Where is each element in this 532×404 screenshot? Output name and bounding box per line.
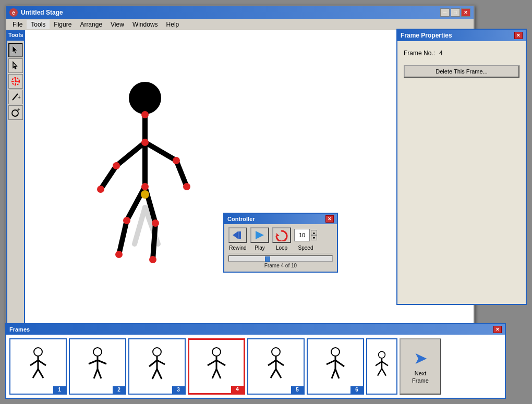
delete-frame-button[interactable]: Delete This Frame... — [404, 65, 519, 78]
tool-add[interactable]: + — [8, 105, 23, 120]
play-label: Play — [250, 245, 269, 251]
controller-title-bar: Controller ✕ — [224, 214, 337, 224]
svg-line-55 — [149, 360, 157, 366]
svg-line-12 — [135, 207, 145, 244]
speed-up-arrow[interactable]: ▲ — [311, 230, 317, 235]
svg-point-25 — [141, 111, 149, 118]
tool-select-alt[interactable] — [8, 58, 23, 73]
svg-point-27 — [113, 162, 120, 169]
svg-text:+: + — [18, 94, 21, 100]
frame-properties-panel: Frame Properties ✕ Frame No.: 4 Delete T… — [396, 29, 527, 305]
svg-marker-0 — [13, 46, 17, 54]
svg-line-52 — [98, 369, 101, 378]
svg-line-75 — [332, 369, 335, 378]
tool-select[interactable] — [8, 43, 23, 57]
frame-thumb-3[interactable]: 3 — [128, 338, 186, 395]
svg-line-51 — [94, 369, 98, 378]
main-window-title: Untitled Stage — [21, 9, 63, 16]
speed-arrows: ▲ ▼ — [311, 230, 317, 240]
frame-properties-title-label: Frame Properties — [401, 32, 452, 39]
loop-button[interactable] — [272, 227, 291, 243]
frames-title-label: Frames — [9, 326, 30, 333]
svg-line-44 — [38, 360, 46, 365]
svg-point-47 — [93, 348, 102, 356]
menu-figure[interactable]: Figure — [50, 20, 76, 29]
tool-line[interactable]: + — [8, 90, 23, 104]
svg-point-29 — [173, 157, 180, 164]
frame-thumb-6[interactable]: 6 — [307, 338, 364, 395]
rewind-button[interactable] — [228, 227, 247, 243]
svg-line-81 — [378, 369, 382, 376]
frame-thumb-1[interactable]: 1 — [9, 338, 67, 395]
svg-line-74 — [335, 360, 344, 366]
frame-number-4: 4 — [231, 386, 244, 393]
maximize-button[interactable]: □ — [451, 8, 460, 17]
frame-thumb-4[interactable]: 4 — [188, 338, 245, 395]
svg-line-20 — [176, 161, 187, 187]
svg-text:+: + — [17, 107, 20, 113]
frame-slider-thumb — [265, 256, 270, 262]
svg-line-70 — [276, 369, 281, 378]
controller-close-button[interactable]: ✕ — [325, 215, 334, 223]
menu-file[interactable]: File — [8, 20, 27, 29]
controller-body: 10 ▲ ▼ Rewind Play Loop Speed — [224, 224, 337, 272]
frame-properties-close-button[interactable]: ✕ — [514, 32, 523, 39]
svg-line-50 — [98, 360, 106, 364]
frame-thumb-5[interactable]: 5 — [247, 338, 305, 395]
tool-node[interactable] — [8, 74, 23, 89]
speed-input[interactable]: 10 — [294, 229, 310, 241]
controller-title-label: Controller — [227, 216, 255, 222]
controller-dialog: Controller ✕ — [223, 213, 338, 273]
play-button[interactable] — [250, 227, 269, 243]
svg-point-35 — [152, 219, 159, 227]
next-frame-label: NextFrame — [412, 370, 429, 384]
frame-no-label: Frame No.: — [404, 50, 435, 57]
frames-close-button[interactable]: ✕ — [493, 326, 502, 333]
menu-arrange[interactable]: Arrange — [76, 20, 106, 29]
controller-buttons: 10 ▲ ▼ — [228, 227, 333, 243]
next-frame-button[interactable]: ➤ NextFrame — [400, 338, 441, 395]
svg-rect-38 — [238, 231, 241, 239]
menu-windows[interactable]: Windows — [128, 20, 162, 29]
menu-tools[interactable]: Tools — [27, 20, 50, 29]
svg-point-41 — [34, 348, 42, 356]
svg-point-14 — [129, 82, 161, 114]
svg-line-76 — [335, 369, 339, 378]
svg-line-49 — [89, 360, 98, 364]
svg-point-30 — [183, 183, 190, 190]
frame-slider-area: Frame 4 of 10 — [228, 253, 333, 268]
svg-line-79 — [376, 361, 382, 365]
frame-number-row: Frame No.: 4 — [404, 50, 519, 57]
speed-label: Speed — [294, 245, 317, 251]
svg-line-24 — [153, 223, 155, 260]
svg-point-32 — [141, 190, 149, 199]
svg-line-63 — [212, 369, 216, 378]
svg-point-36 — [149, 256, 156, 263]
menu-help[interactable]: Help — [162, 20, 184, 29]
svg-point-34 — [115, 251, 123, 258]
svg-line-46 — [38, 369, 43, 378]
frame-thumb-7[interactable] — [366, 338, 397, 395]
frame-slider[interactable] — [228, 255, 333, 262]
frame-info: Frame 4 of 10 — [228, 263, 333, 268]
speed-down-arrow[interactable]: ▼ — [311, 235, 317, 240]
svg-line-45 — [33, 369, 38, 378]
svg-line-57 — [152, 369, 157, 379]
svg-point-53 — [153, 348, 161, 356]
minimize-button[interactable]: ─ — [440, 8, 450, 17]
frame-thumb-2[interactable]: 2 — [69, 338, 126, 395]
svg-line-64 — [216, 369, 221, 378]
svg-line-18 — [101, 166, 116, 189]
svg-point-26 — [141, 139, 149, 146]
tools-panel: + + — [6, 30, 25, 327]
close-button[interactable]: ✕ — [461, 8, 470, 17]
app-icon: e — [9, 8, 18, 17]
rewind-label: Rewind — [228, 245, 247, 251]
menu-view[interactable]: View — [106, 20, 128, 29]
controller-labels: Rewind Play Loop Speed — [228, 245, 333, 251]
svg-line-8 — [13, 94, 18, 100]
svg-line-61 — [208, 360, 216, 365]
svg-line-80 — [382, 361, 388, 365]
frames-body: 1 2 3 — [6, 335, 505, 398]
frames-panel: Frames ✕ 1 2 — [5, 323, 506, 399]
